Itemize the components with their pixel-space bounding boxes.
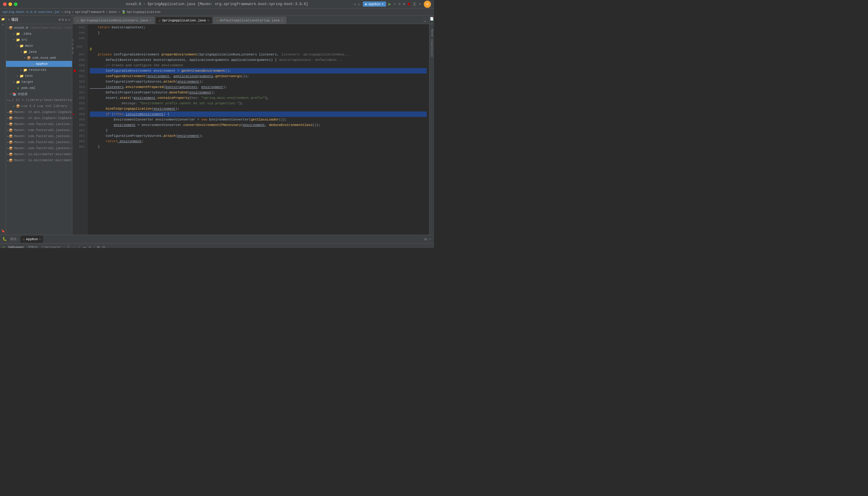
nav-forward-icon[interactable]: ▷ xyxy=(358,2,360,6)
code-content[interactable]: return bootstrapContext; } @ private Co xyxy=(88,24,429,235)
run-to-cursor-icon[interactable]: ⇥ xyxy=(82,244,86,248)
gear-icon[interactable]: ⚙ xyxy=(65,18,67,22)
bc-part-0[interactable]: spring-boot-3.0.0-sources.jar xyxy=(2,10,60,14)
run-button[interactable]: ▶ xyxy=(388,1,391,6)
code-editor[interactable]: 343 344 345 1个用法 346 347 348 349 350 351… xyxy=(72,24,429,235)
bc-part-2[interactable]: springframework xyxy=(75,10,105,14)
tree-item-mvn7[interactable]: ▸ 📦 Maven: com.fasterxml.jackson.module xyxy=(6,145,72,151)
user-avatar[interactable]: U xyxy=(424,1,431,8)
close-panel-icon[interactable]: ✕ xyxy=(68,18,70,22)
project-panel-header: ≡ 项目 ⊕ ⊟ ⚙ ✕ xyxy=(6,16,72,24)
sidebar-icon-commit[interactable]: ⌥ xyxy=(1,22,5,27)
tree-item-extlibs[interactable]: ▾ 📚 外部库 xyxy=(6,91,72,97)
console-tab[interactable]: 控制台 xyxy=(28,244,38,248)
run-config-dropdown[interactable]: ▾ xyxy=(382,2,384,6)
tree-label: com.ossa.web xyxy=(32,56,56,60)
minimize-button[interactable] xyxy=(9,2,12,6)
tree-item-mvn9[interactable]: ▸ 📦 Maven: io.micrometer:micrometer-obs: xyxy=(6,157,72,163)
tree-item-mvn1[interactable]: ▸ 📦 Maven: ch.qos.logback:logback-class xyxy=(6,109,72,115)
expand-arrow[interactable]: ▸ xyxy=(16,74,19,78)
sidebar-icon-folder[interactable]: 📁 xyxy=(1,17,5,22)
tab-more-button[interactable]: ⋯ xyxy=(422,19,428,24)
minimize-panel-icon[interactable]: ─ xyxy=(429,237,431,242)
expand-arrow[interactable]: ▾ xyxy=(16,44,19,48)
tree-item-ossa[interactable]: ▾ 📦 ossa3.0 ~/java/java/seckill-redis/os… xyxy=(6,25,72,31)
collapse-icon[interactable]: ⊟ xyxy=(62,18,64,22)
debug-panel-icon[interactable]: 🐛 xyxy=(1,237,8,242)
actuator-tab[interactable]: ⬡ Actuator xyxy=(41,245,62,248)
bc-part-1[interactable]: org xyxy=(64,10,71,14)
expand-icon[interactable]: ⊟ xyxy=(102,244,106,248)
tab-defaultappstartup[interactable]: ☕ DefaultApplicationStartup.java ✕ xyxy=(213,17,286,24)
tree-label: target xyxy=(21,80,33,84)
checkmark-icon[interactable]: ✓ xyxy=(431,22,433,26)
tree-item-java[interactable]: ▾ 📁 java xyxy=(6,49,72,55)
debugger-toolbar: ↺ Debugger 控制台 ⬡ Actuator ⤵ ↓ ↑ ⇥ ≈ ⊞ ⊟ xyxy=(0,244,434,248)
调试-label[interactable]: 调试: xyxy=(9,237,20,242)
table-icon[interactable]: ⊞ xyxy=(97,244,100,248)
expand-arrow[interactable]: ▸ xyxy=(19,68,23,72)
translate-icon[interactable]: 文 xyxy=(413,1,417,7)
bc-part-4[interactable]: 🍃 SpringApplication xyxy=(122,10,160,14)
step-into-icon[interactable]: ↓ xyxy=(72,244,75,248)
run-config-button[interactable]: ▶ AppRun ▾ xyxy=(363,1,386,6)
tree-item-test[interactable]: ▸ 📁 test xyxy=(6,73,72,79)
sidebar-icon-bookmark[interactable]: 🔖 xyxy=(1,229,5,234)
tree-item-main[interactable]: ▾ 📁 main xyxy=(6,43,72,49)
tree-label: ossa3.0 xyxy=(14,26,28,30)
close-button[interactable] xyxy=(3,2,6,6)
expand-arrow[interactable]: ▾ xyxy=(23,56,27,60)
debug-tab-close[interactable]: ✕ xyxy=(39,237,41,241)
tree-item-jdk[interactable]: ▸ ☕ < 17 > /Library/Java/JavaVirtualMach… xyxy=(6,97,72,103)
maximize-button[interactable] xyxy=(14,2,17,6)
tab-springapprunlisteners[interactable]: ☕ SpringApplicationRunListeners.java ✕ xyxy=(74,17,155,24)
expand-arrow[interactable]: ▸ xyxy=(12,80,16,84)
tab-apprun[interactable]: ☕ AppRun ✕ xyxy=(20,236,43,243)
tree-item-lua[interactable]: ▸ 📦 Lua 5.3 Lua std library xyxy=(6,103,72,109)
expand-arrow[interactable]: ▸ xyxy=(12,105,16,108)
debugger-tab[interactable]: Debugger xyxy=(8,245,25,248)
project-panel-menu-icon[interactable]: ≡ xyxy=(8,18,10,22)
tree-item-apprun[interactable]: ☕ AppRun xyxy=(6,61,72,67)
tab-springapplication[interactable]: ☕ SpringApplication.java ✕ xyxy=(155,17,213,24)
bookmark-icon[interactable]: 📑 xyxy=(430,17,434,21)
debug-run-icon[interactable]: ⚡ xyxy=(393,1,396,6)
scope-icon[interactable]: ⊕ xyxy=(59,18,61,22)
tree-item-src[interactable]: ▾ 📁 src xyxy=(6,37,72,43)
breakpoint-dot[interactable] xyxy=(74,69,76,72)
tree-item-mvn8[interactable]: ▸ 📦 Maven: io.micrometer:micrometer-cor xyxy=(6,151,72,157)
tree-item-mvn6[interactable]: ▸ 📦 Maven: com.fasterxml.jackson.dataty xyxy=(6,139,72,145)
project-panel-title: 项目 xyxy=(11,17,18,22)
tree-item-pom[interactable]: ⚙ pom.xml xyxy=(6,85,72,91)
restart-icon[interactable]: ↺ xyxy=(2,244,5,248)
profile-icon[interactable]: ⊛ xyxy=(403,2,405,6)
tree-item-idea[interactable]: ▸ 📁 .idea xyxy=(6,31,72,37)
stop-icon[interactable]: ■ xyxy=(407,2,410,6)
expand-arrow[interactable]: ▾ xyxy=(9,93,12,96)
expand-arrow[interactable]: ▾ xyxy=(12,38,16,42)
nav-back-icon[interactable]: ◁ xyxy=(353,2,356,6)
coverage-icon[interactable]: ⊙ xyxy=(399,2,401,6)
search-icon[interactable]: ⌕ xyxy=(419,1,421,6)
expand-arrow[interactable]: ▾ xyxy=(19,50,23,53)
tree-item-mvn5[interactable]: ▸ 📦 Maven: com.fasterxml.jackson.dataty xyxy=(6,133,72,139)
window-controls[interactable] xyxy=(3,2,17,6)
maven-icon: 📦 xyxy=(9,146,13,151)
settings-icon[interactable]: ⚙ xyxy=(424,237,427,242)
evaluate-icon[interactable]: ≈ xyxy=(88,244,92,248)
step-over-icon[interactable]: ⤵ xyxy=(67,244,70,248)
tab-close-icon[interactable]: ✕ xyxy=(150,19,151,22)
tree-item-mvn3[interactable]: ▸ 📦 Maven: com.fasterxml.jackson.core:ja xyxy=(6,121,72,127)
tree-item-resources[interactable]: ▸ 📁 resources xyxy=(6,67,72,73)
tree-item-mvn4[interactable]: ▸ 📦 Maven: com.fasterxml.jackson.core:ja xyxy=(6,127,72,133)
maven-label[interactable]: Maven xyxy=(430,29,433,37)
step-out-icon[interactable]: ↑ xyxy=(77,244,81,248)
expand-arrow[interactable]: ▸ xyxy=(12,32,16,35)
tab-close-icon[interactable]: ✕ xyxy=(207,19,209,22)
tree-item-target[interactable]: ▸ 📁 target xyxy=(6,79,72,85)
bc-part-3[interactable]: boot xyxy=(109,10,117,14)
tab-close-icon[interactable]: ✕ xyxy=(281,19,283,22)
tree-item-package[interactable]: ▾ 📦 com.ossa.web xyxy=(6,55,72,61)
tree-item-mvn2[interactable]: ▸ 📦 Maven: ch.qos.logback:logback-core: xyxy=(6,115,72,121)
classlist-label[interactable]: classlist xyxy=(430,39,434,57)
